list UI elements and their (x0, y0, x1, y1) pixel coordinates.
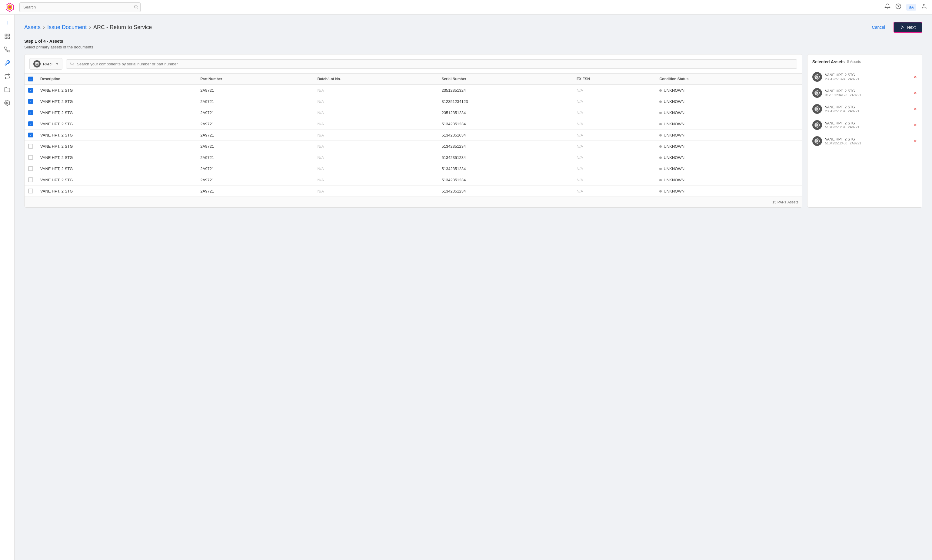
row-checkbox-0[interactable] (28, 88, 33, 92)
user-badge: BA (906, 4, 916, 11)
row-condition-4: UNKNOWN (656, 129, 802, 141)
row-checkbox-4[interactable] (28, 132, 33, 137)
remove-item-button-1[interactable]: ✕ (913, 91, 917, 95)
user-icon[interactable] (921, 3, 927, 11)
col-description: Description (37, 74, 197, 85)
selected-items-list: VANE HPT, 2 STG 23512351324 2A9721 ✕ VAN… (812, 69, 917, 149)
selected-item-info-1: VANE HPT, 2 STG 312351234123 2A9721 (825, 89, 910, 97)
next-button[interactable]: Next (893, 22, 922, 33)
step-info: Step 1 of 4 - Assets Select primary asse… (24, 39, 922, 49)
row-checkbox-cell-2[interactable] (25, 107, 37, 118)
row-checkbox-5[interactable] (28, 144, 33, 149)
remove-item-button-2[interactable]: ✕ (913, 106, 917, 111)
notifications-icon[interactable] (884, 3, 890, 11)
sidebar-item-settings[interactable] (1, 97, 13, 109)
col-part-number: Part Number (197, 74, 313, 85)
row-checkbox-cell-9[interactable] (25, 186, 37, 197)
search-bar[interactable] (19, 2, 140, 12)
row-checkbox-cell-7[interactable] (25, 163, 37, 174)
row-checkbox-cell-8[interactable] (25, 174, 37, 186)
row-description-0: VANE HPT, 2 STG (37, 85, 197, 96)
svg-point-7 (923, 4, 925, 6)
row-batch-9: N/A (313, 186, 438, 197)
table-row[interactable]: VANE HPT, 2 STG 2A9721 N/A 51342351234 N… (25, 163, 802, 174)
row-checkbox-cell-5[interactable] (25, 141, 37, 152)
table-row[interactable]: VANE HPT, 2 STG 2A9721 N/A 51342351634 N… (25, 129, 802, 141)
row-checkbox-3[interactable] (28, 122, 33, 126)
table-row[interactable]: VANE HPT, 2 STG 2A9721 N/A 51342351234 N… (25, 186, 802, 197)
table-row[interactable]: VANE HPT, 2 STG 2A9721 N/A 51342351234 N… (25, 152, 802, 163)
cursor-icon (900, 25, 904, 29)
row-checkbox-cell-0[interactable] (25, 85, 37, 96)
component-search-icon (70, 62, 74, 66)
row-checkbox-cell-3[interactable] (25, 118, 37, 129)
cancel-button[interactable]: Cancel (867, 22, 890, 32)
row-checkbox-7[interactable] (28, 166, 33, 171)
breadcrumb-issue-document[interactable]: Issue Document (47, 24, 86, 31)
header-actions: Cancel Next (867, 22, 922, 33)
table-row[interactable]: VANE HPT, 2 STG 2A9721 N/A 51342351234 N… (25, 141, 802, 152)
table-row[interactable]: VANE HPT, 2 STG 2A9721 N/A 312351234123 … (25, 96, 802, 107)
table-row[interactable]: VANE HPT, 2 STG 2A9721 N/A 23512351324 N… (25, 85, 802, 96)
selected-item-info-0: VANE HPT, 2 STG 23512351324 2A9721 (825, 73, 910, 81)
component-search-wrap[interactable] (66, 59, 797, 69)
side-navigation: + (0, 15, 15, 560)
row-ex-esn-3: N/A (573, 118, 656, 129)
row-serial-5: 51342351234 (438, 141, 573, 152)
row-checkbox-8[interactable] (28, 177, 33, 182)
row-ex-esn-4: N/A (573, 129, 656, 141)
row-serial-0: 23512351324 (438, 85, 573, 96)
row-checkbox-1[interactable] (28, 99, 33, 104)
condition-dot-3 (659, 123, 662, 125)
sidebar-item-routes[interactable] (1, 70, 13, 82)
row-condition-7: UNKNOWN (656, 163, 802, 174)
select-all-checkbox[interactable] (28, 77, 33, 82)
row-checkbox-cell-4[interactable] (25, 129, 37, 141)
row-checkbox-6[interactable] (28, 155, 33, 160)
sidebar-item-folder[interactable] (1, 83, 13, 95)
remove-item-button-4[interactable]: ✕ (913, 138, 917, 143)
condition-dot-8 (659, 179, 662, 181)
selected-item: VANE HPT, 2 STG 312351234123 2A9721 ✕ (812, 85, 917, 101)
row-condition-2: UNKNOWN (656, 107, 802, 118)
row-description-7: VANE HPT, 2 STG (37, 163, 197, 174)
row-ex-esn-9: N/A (573, 186, 656, 197)
table-row[interactable]: VANE HPT, 2 STG 2A9721 N/A 51342351234 N… (25, 174, 802, 186)
app-logo[interactable] (5, 2, 15, 12)
row-serial-2: 23512351234 (438, 107, 573, 118)
aircraft-icon (4, 47, 10, 53)
row-checkbox-cell-1[interactable] (25, 96, 37, 107)
search-input[interactable] (19, 2, 140, 12)
row-condition-8: UNKNOWN (656, 174, 802, 186)
sidebar-item-add[interactable]: + (1, 17, 13, 29)
select-all-header[interactable] (25, 74, 37, 85)
selected-item-icon-1 (812, 88, 822, 98)
help-icon[interactable] (895, 3, 901, 11)
component-search-input[interactable] (77, 62, 793, 66)
svg-rect-9 (8, 34, 9, 36)
row-ex-esn-8: N/A (573, 174, 656, 186)
row-checkbox-9[interactable] (28, 189, 33, 194)
settings-icon (4, 100, 10, 106)
remove-item-button-3[interactable]: ✕ (913, 123, 917, 128)
sidebar-item-tools[interactable] (1, 57, 13, 69)
remove-item-button-0[interactable]: ✕ (913, 74, 917, 79)
svg-rect-11 (8, 37, 9, 39)
row-checkbox-2[interactable] (28, 110, 33, 115)
svg-rect-8 (5, 34, 7, 36)
selected-item-icon-4 (812, 136, 822, 146)
row-ex-esn-7: N/A (573, 163, 656, 174)
top-navigation: BA (0, 0, 932, 15)
condition-dot-2 (659, 112, 662, 114)
part-type-selector[interactable]: PART ▼ (29, 58, 62, 69)
row-description-5: VANE HPT, 2 STG (37, 141, 197, 152)
row-checkbox-cell-6[interactable] (25, 152, 37, 163)
row-part-number-6: 2A9721 (197, 152, 313, 163)
sidebar-item-aircraft[interactable] (1, 44, 13, 56)
table-row[interactable]: VANE HPT, 2 STG 2A9721 N/A 23512351234 N… (25, 107, 802, 118)
row-condition-6: UNKNOWN (656, 152, 802, 163)
sidebar-item-dashboard[interactable] (1, 30, 13, 42)
table-row[interactable]: VANE HPT, 2 STG 2A9721 N/A 51342351234 N… (25, 118, 802, 129)
svg-point-3 (134, 5, 137, 8)
breadcrumb-assets[interactable]: Assets (24, 24, 41, 31)
